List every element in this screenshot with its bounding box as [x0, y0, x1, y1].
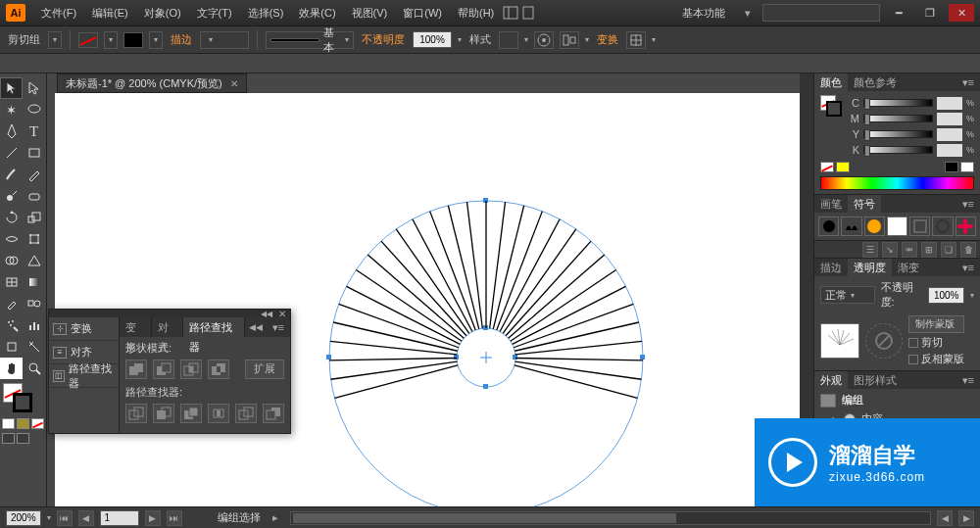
tool-hand[interactable]: [0, 358, 23, 379]
tool-mesh[interactable]: [0, 271, 23, 293]
chevron-down-icon[interactable]: ▾: [739, 4, 757, 22]
shapemode-minus-front[interactable]: [153, 360, 174, 379]
tab-brushes[interactable]: 画笔: [814, 195, 848, 213]
tool-rectangle[interactable]: [23, 142, 45, 164]
horizontal-scrollbar[interactable]: [290, 511, 931, 525]
pathfinder-trim[interactable]: [153, 404, 174, 423]
tool-graph[interactable]: [23, 314, 45, 336]
artboard-next-icon[interactable]: ▶: [145, 510, 161, 526]
expand-button[interactable]: 扩展: [245, 360, 284, 379]
pathfinder-divide[interactable]: [125, 404, 147, 423]
tab-appearance[interactable]: 外观: [814, 371, 848, 389]
mini-none-icon[interactable]: [820, 162, 834, 172]
tool-magic-wand[interactable]: ✶: [0, 99, 23, 120]
symbol-4[interactable]: [887, 216, 907, 236]
registration-icon[interactable]: [626, 31, 646, 49]
tab-stroke[interactable]: 描边: [814, 259, 848, 276]
color-panel-menu-icon[interactable]: ▾≡: [956, 76, 980, 89]
tool-eyedropper[interactable]: [0, 293, 23, 314]
symbol-break-icon[interactable]: ⚮: [902, 242, 917, 258]
menu-type[interactable]: 文字(T): [189, 0, 240, 26]
mask-slot[interactable]: [865, 323, 903, 359]
tool-zoom[interactable]: [23, 358, 45, 379]
menu-file[interactable]: 文件(F): [33, 0, 84, 26]
symbol-6[interactable]: [932, 216, 953, 236]
scroll-right-icon[interactable]: ▶: [958, 510, 974, 526]
artboard-first-icon[interactable]: ⏮: [57, 510, 73, 526]
trans-opacity-value[interactable]: 100%: [928, 287, 964, 304]
shapemode-intersect[interactable]: [180, 360, 202, 379]
menu-edit[interactable]: 编辑(E): [84, 0, 136, 26]
artboard-prev-icon[interactable]: ◀: [78, 510, 94, 526]
restore-button[interactable]: ❐: [917, 4, 943, 22]
screenmode-full[interactable]: [17, 433, 29, 444]
panel-collapse-icon-inner[interactable]: ◀◀: [245, 322, 267, 332]
style-swatch[interactable]: [499, 31, 518, 49]
stroke-menu[interactable]: ▾: [149, 31, 163, 49]
y-slider[interactable]: [863, 130, 933, 138]
menu-object[interactable]: 对象(O): [136, 0, 189, 26]
fill-stroke-indicator[interactable]: [3, 383, 32, 412]
selection-mode-menu[interactable]: ▾: [48, 31, 62, 49]
artboard-last-icon[interactable]: ⏭: [167, 510, 182, 526]
tab-pathfinder[interactable]: 路径查找器: [183, 317, 244, 337]
mini-black[interactable]: [945, 162, 958, 172]
tool-pen[interactable]: [0, 120, 23, 142]
symbol-new-icon[interactable]: ❏: [941, 242, 956, 258]
symbol-2[interactable]: [841, 216, 861, 236]
recolor-icon[interactable]: [534, 31, 554, 49]
tool-type[interactable]: T: [23, 120, 45, 142]
artboard[interactable]: [55, 93, 800, 506]
tool-artboard[interactable]: [0, 336, 23, 358]
pathfinder-crop[interactable]: [208, 404, 229, 423]
artboard-number[interactable]: 1: [100, 510, 139, 526]
tool-width[interactable]: [0, 228, 23, 250]
menu-select[interactable]: 选择(S): [240, 0, 292, 26]
tool-line[interactable]: [0, 142, 23, 164]
mini-white[interactable]: [960, 162, 974, 172]
pathfinder-outline[interactable]: [235, 404, 257, 423]
c-slider[interactable]: [863, 99, 933, 107]
tool-shape-builder[interactable]: [0, 250, 23, 271]
side-tab-transform[interactable]: ⊹变换: [49, 317, 119, 341]
symbol-options-icon[interactable]: ⊞: [921, 242, 937, 258]
symbol-5[interactable]: [909, 216, 930, 236]
tab-symbols[interactable]: 符号: [848, 195, 881, 213]
opacity-value[interactable]: 100%: [413, 31, 452, 48]
fill-menu[interactable]: ▾: [104, 31, 118, 49]
transform-link[interactable]: 变换: [597, 32, 618, 47]
screenmode-normal[interactable]: [2, 433, 15, 444]
symbol-7[interactable]: [956, 216, 976, 236]
symbol-delete-icon[interactable]: 🗑: [960, 242, 976, 258]
tab-transform[interactable]: 变换: [120, 317, 152, 337]
tool-lasso[interactable]: [23, 99, 45, 120]
trans-panel-menu-icon[interactable]: ▾≡: [956, 262, 980, 274]
tool-gradient[interactable]: [23, 271, 45, 293]
symbol-1[interactable]: [818, 216, 839, 236]
k-value[interactable]: [937, 144, 962, 157]
m-value[interactable]: [937, 113, 962, 125]
menu-effect[interactable]: 效果(C): [291, 0, 343, 26]
symbol-3[interactable]: [864, 216, 885, 236]
symbol-lib-icon[interactable]: ☰: [862, 242, 878, 258]
tab-color-guide[interactable]: 颜色参考: [848, 73, 903, 91]
colormode-none[interactable]: [31, 418, 44, 429]
stroke-weight-dropdown[interactable]: ▾: [200, 31, 249, 49]
align-icon[interactable]: [560, 31, 579, 49]
scroll-left-icon[interactable]: ◀: [937, 510, 953, 526]
menu-help[interactable]: 帮助(H): [450, 0, 502, 26]
shapemode-unite[interactable]: [125, 360, 147, 379]
y-value[interactable]: [937, 128, 962, 141]
stroke-label[interactable]: 描边: [171, 32, 192, 47]
close-button[interactable]: ✕: [949, 4, 974, 22]
invert-checkbox-label[interactable]: 反相蒙版: [921, 352, 964, 366]
tool-direct-selection[interactable]: [23, 77, 45, 99]
symbols-panel-menu-icon[interactable]: ▾≡: [956, 198, 980, 211]
tool-rotate[interactable]: [0, 207, 23, 228]
stroke-swatch[interactable]: [123, 32, 143, 48]
opacity-label[interactable]: 不透明度: [362, 32, 405, 47]
tool-paintbrush[interactable]: [0, 164, 23, 185]
minimize-button[interactable]: ━: [886, 4, 911, 22]
mini-last-color[interactable]: [836, 162, 850, 172]
panel-menu-icon[interactable]: ▾≡: [267, 321, 290, 334]
